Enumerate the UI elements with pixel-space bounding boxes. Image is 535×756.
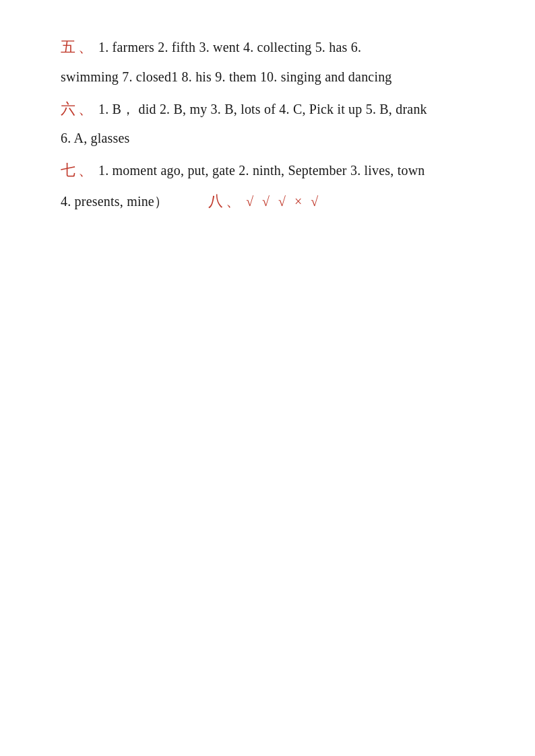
qi-content-2: 4. presents, mine） [61,189,168,213]
main-content: 五 、 1. farmers 2. fifth 3. went 4. colle… [61,34,474,214]
section-liu: 六 、 1. B， did 2. B, my 3. B, lots of 4. … [61,96,474,151]
separator-liu: 、 [78,96,93,123]
section-wu: 五 、 1. farmers 2. fifth 3. went 4. colle… [61,34,474,89]
wu-content-2: swimming 7. closed1 8. his 9. them 10. s… [61,65,392,89]
separator-qi: 、 [78,157,93,184]
label-qi: 七 [61,157,75,184]
section-liu-line1: 六 、 1. B， did 2. B, my 3. B, lots of 4. … [61,96,474,123]
label-ba: 八 [208,188,223,215]
label-wu: 五 [61,34,75,61]
section-wu-line1: 五 、 1. farmers 2. fifth 3. went 4. colle… [61,34,474,61]
liu-content-1: 1. B， did 2. B, my 3. B, lots of 4. C, P… [98,97,427,121]
section-liu-line2: 6. A, glasses [61,126,474,150]
label-liu: 六 [61,96,75,123]
section-qi-line1: 七 、 1. moment ago, put, gate 2. ninth, S… [61,157,474,184]
wu-content-1: 1. farmers 2. fifth 3. went 4. collectin… [98,35,361,59]
section-qi-line2: 4. presents, mine） 八 、 √ √ √ × √ [61,188,474,215]
section-wu-line2: swimming 7. closed1 8. his 9. them 10. s… [61,65,474,89]
liu-content-2: 6. A, glasses [61,126,130,150]
ba-content-1: √ √ √ × √ [246,189,321,213]
separator-wu: 、 [78,34,93,61]
qi-content-1: 1. moment ago, put, gate 2. ninth, Septe… [98,158,425,182]
separator-ba: 、 [226,188,241,215]
section-qi: 七 、 1. moment ago, put, gate 2. ninth, S… [61,157,474,214]
